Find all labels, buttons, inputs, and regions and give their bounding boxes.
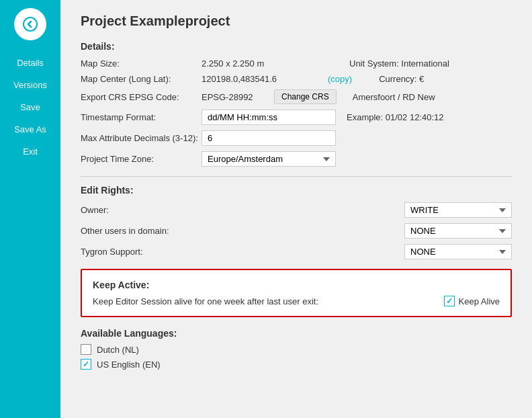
timestamp-example: Example: 01/02 12:40:12 — [347, 112, 444, 122]
timestamp-input[interactable] — [202, 110, 336, 125]
currency-label: Currency: € — [379, 74, 424, 84]
tygron-support-select[interactable]: NONE READ WRITE — [404, 244, 512, 259]
sidebar-item-versions[interactable]: Versions — [0, 75, 60, 95]
keep-alive-label[interactable]: Keep Alive — [444, 296, 500, 306]
keep-active-row: Keep Editor Session alive for one week a… — [93, 296, 500, 306]
max-attr-input[interactable] — [202, 130, 336, 146]
map-center-label: Map Center (Long Lat): — [81, 74, 202, 84]
main-content: Project Exampleproject Details: Map Size… — [60, 0, 532, 418]
lang-english-item[interactable]: US English (EN) — [81, 359, 512, 370]
available-languages-title: Available Languages: — [81, 328, 512, 339]
details-section: Details: Map Size: 2.250 x 2.250 m Unit … — [81, 41, 512, 167]
lang-english-checkbox[interactable] — [81, 359, 91, 370]
timestamp-label: Timestamp Format: — [81, 112, 202, 122]
map-size-value: 2.250 x 2.250 m — [202, 58, 349, 69]
sidebar-item-save[interactable]: Save — [0, 97, 60, 118]
lang-english-label: US English (EN) — [97, 360, 161, 370]
timezone-select[interactable]: Europe/Amsterdam — [202, 151, 336, 167]
sidebar: Details Versions Save Save As Exit — [0, 0, 60, 418]
timezone-label: Project Time Zone: — [81, 154, 202, 164]
map-size-label: Map Size: — [81, 58, 202, 69]
owner-select[interactable]: WRITE READ NONE — [404, 202, 512, 218]
page-title: Project Exampleproject — [81, 13, 512, 29]
amersfoort-label: Amersfoort / RD New — [353, 92, 435, 102]
map-center-value: 120198.0,483541.6 — [202, 74, 322, 84]
edit-rights-title: Edit Rights: — [81, 185, 512, 196]
owner-label: Owner: — [81, 205, 242, 215]
copy-link[interactable]: (copy) — [328, 74, 352, 84]
lang-dutch-item[interactable]: Dutch (NL) — [81, 344, 512, 355]
edit-rights-section: Edit Rights: Owner: WRITE READ NONE Othe… — [81, 185, 512, 259]
back-button[interactable] — [14, 8, 46, 40]
change-crs-button[interactable]: Change CRS — [274, 89, 337, 104]
available-languages-section: Available Languages: Dutch (NL) US Engli… — [81, 328, 512, 370]
details-section-title: Details: — [81, 41, 512, 52]
other-users-select[interactable]: NONE READ WRITE — [404, 223, 512, 239]
export-crs-value: EPSG-28992 — [202, 92, 269, 102]
lang-dutch-label: Dutch (NL) — [97, 345, 139, 355]
tygron-support-label: Tygron Support: — [81, 247, 242, 257]
max-attr-label: Max Attribute Decimals (3-12): — [81, 133, 202, 143]
sidebar-nav: Details Versions Save Save As Exit — [0, 52, 60, 162]
export-crs-label: Export CRS EPSG Code: — [81, 92, 202, 102]
unit-system-label: Unit System: International — [349, 58, 449, 69]
keep-alive-checkbox[interactable] — [444, 296, 455, 306]
sidebar-item-details[interactable]: Details — [0, 52, 60, 73]
svg-point-0 — [24, 17, 37, 31]
lang-dutch-checkbox[interactable] — [81, 344, 91, 355]
sidebar-item-exit[interactable]: Exit — [0, 141, 60, 162]
keep-active-section: Keep Active: Keep Editor Session alive f… — [81, 269, 512, 317]
keep-active-title: Keep Active: — [93, 280, 500, 290]
keep-active-desc: Keep Editor Session alive for one week a… — [93, 296, 318, 306]
keep-alive-text: Keep Alive — [459, 296, 500, 306]
sidebar-item-save-as[interactable]: Save As — [0, 119, 60, 140]
other-users-label: Other users in domain: — [81, 226, 242, 236]
